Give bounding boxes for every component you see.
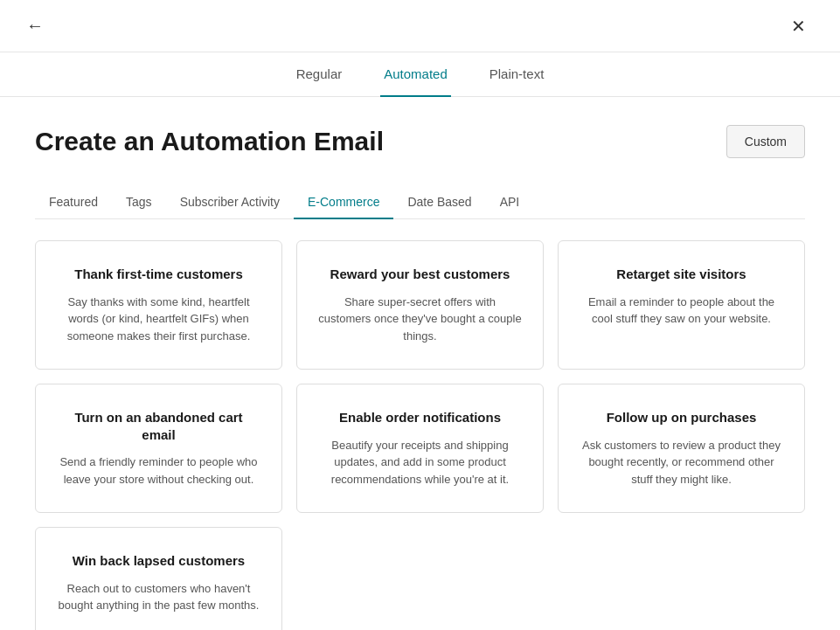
close-icon: ✕: [791, 16, 806, 37]
cat-tab-date-based[interactable]: Date Based: [393, 186, 485, 219]
back-button[interactable]: ←: [21, 12, 49, 40]
page-title: Create an Automation Email: [35, 127, 384, 156]
category-tabs: Featured Tags Subscriber Activity E-Comm…: [35, 186, 805, 219]
cat-tab-subscriber-activity[interactable]: Subscriber Activity: [166, 186, 294, 219]
tab-plain-text[interactable]: Plain-text: [486, 52, 548, 97]
type-tabs: Regular Automated Plain-text: [0, 52, 840, 97]
card-item[interactable]: Win back lapsed customers Reach out to c…: [35, 527, 282, 630]
top-bar-right: ✕: [784, 12, 819, 40]
card-item[interactable]: Retarget site visitors Email a reminder …: [558, 240, 805, 370]
cat-tab-tags[interactable]: Tags: [112, 186, 166, 219]
card-item[interactable]: Turn on an abandoned cart email Send a f…: [35, 384, 282, 513]
card-title: Retarget site visitors: [580, 266, 783, 283]
top-bar-left: ←: [21, 12, 56, 40]
card-title: Thank first-time customers: [57, 266, 260, 283]
tab-regular[interactable]: Regular: [293, 52, 346, 97]
cat-tab-api[interactable]: API: [486, 186, 534, 219]
card-item[interactable]: Enable order notifications Beautify your…: [296, 384, 544, 513]
tab-automated[interactable]: Automated: [380, 52, 451, 97]
card-title: Turn on an abandoned cart email: [57, 409, 260, 443]
cat-tab-featured[interactable]: Featured: [35, 186, 112, 219]
card-title: Enable order notifications: [318, 409, 522, 426]
page-content: Create an Automation Email Custom Featur…: [0, 97, 840, 630]
top-bar: ← ✕: [0, 0, 840, 52]
back-icon: ←: [26, 16, 44, 36]
cat-tab-ecommerce[interactable]: E-Commerce: [294, 186, 393, 219]
card-title: Reward your best customers: [318, 266, 522, 283]
card-desc: Reach out to customers who haven't bough…: [57, 580, 260, 614]
card-title: Win back lapsed customers: [57, 552, 260, 570]
card-item[interactable]: Follow up on purchases Ask customers to …: [558, 384, 805, 513]
card-title: Follow up on purchases: [580, 409, 783, 426]
header-row: Create an Automation Email Custom: [35, 125, 805, 158]
card-desc: Ask customers to review a product they b…: [580, 437, 783, 488]
card-item[interactable]: Reward your best customers Share super-s…: [296, 240, 544, 370]
card-desc: Share super-secret offers with customers…: [318, 294, 522, 345]
custom-button[interactable]: Custom: [726, 125, 805, 158]
card-item[interactable]: Thank first-time customers Say thanks wi…: [35, 240, 282, 370]
cards-grid: Thank first-time customers Say thanks wi…: [35, 240, 805, 630]
close-button[interactable]: ✕: [784, 12, 812, 40]
card-desc: Beautify your receipts and shipping upda…: [318, 437, 522, 488]
card-desc: Send a friendly reminder to people who l…: [57, 453, 260, 488]
card-desc: Email a reminder to people about the coo…: [580, 294, 783, 328]
card-desc: Say thanks with some kind, heartfelt wor…: [57, 294, 260, 345]
